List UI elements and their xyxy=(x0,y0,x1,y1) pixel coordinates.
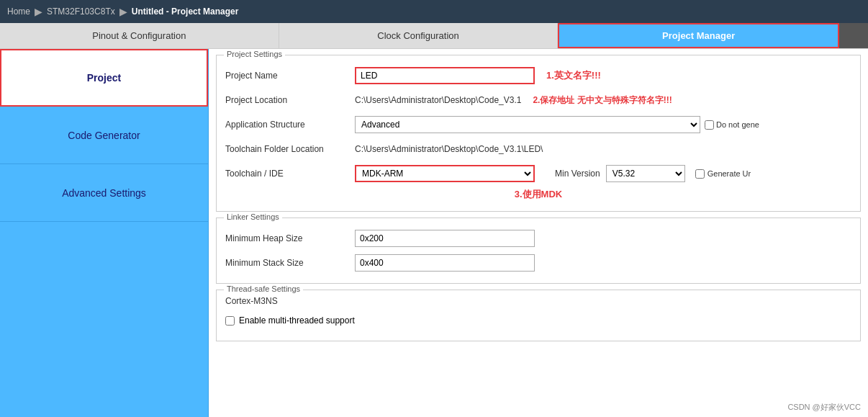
project-settings-title: Project Settings xyxy=(224,50,285,58)
sidebar-item-advanced-settings[interactable]: Advanced Settings xyxy=(0,164,208,222)
generate-ur-checkbox[interactable] xyxy=(695,169,705,179)
enable-multithreaded-checkbox[interactable] xyxy=(225,316,235,326)
project-location-label: Project Location xyxy=(225,95,355,105)
project-name-row: Project Name 1.英文名字!!! xyxy=(225,66,851,86)
project-location-control: C:\Users\Administrator\Desktop\Code_V3.1… xyxy=(355,94,851,107)
generate-ur-label: Generate Ur xyxy=(707,169,751,178)
do-not-gene-checkbox[interactable] xyxy=(705,120,714,130)
enable-multithreaded-row: Enable multi-threaded support xyxy=(225,310,851,331)
do-not-gene-label: Do not gene xyxy=(716,120,759,129)
project-location-value: C:\Users\Administrator\Desktop\Code_V3.1 xyxy=(355,95,521,105)
min-heap-input[interactable] xyxy=(355,230,535,247)
main-content: Project Code Generator Advanced Settings… xyxy=(0,49,868,417)
annotation-1: 1.英文名字!!! xyxy=(546,69,601,82)
min-heap-row: Minimum Heap Size xyxy=(225,228,851,248)
toolchain-ide-select[interactable]: MDK-ARM xyxy=(355,165,535,182)
linker-settings-group: Linker Settings Minimum Heap Size Minimu… xyxy=(216,218,861,284)
min-heap-control xyxy=(355,230,851,247)
toolchain-folder-control: C:\Users\Administrator\Desktop\Code_V3.1… xyxy=(355,144,851,154)
tab-extra xyxy=(839,23,868,48)
sidebar: Project Code Generator Advanced Settings xyxy=(0,49,209,417)
min-heap-label: Minimum Heap Size xyxy=(225,233,355,243)
cortex-label: Cortex-M3NS xyxy=(225,296,851,306)
toolchain-folder-value: C:\Users\Administrator\Desktop\Code_V3.1… xyxy=(355,144,543,154)
breadcrumb-stm32[interactable]: STM32F103C8Tx xyxy=(47,6,115,17)
app-structure-select[interactable]: Advanced xyxy=(355,116,700,133)
project-name-control: 1.英文名字!!! xyxy=(355,67,851,84)
version-select[interactable]: V5.32 xyxy=(606,165,685,182)
project-settings-group: Project Settings Project Name 1.英文名字!!! … xyxy=(216,55,861,212)
thread-settings-group: Thread-safe Settings Cortex-M3NS Enable … xyxy=(216,290,861,341)
project-name-input[interactable] xyxy=(355,67,535,84)
toolchain-ide-control: MDK-ARM Min Version V5.32 Generate Ur xyxy=(355,165,851,182)
tab-bar: Pinout & Configuration Clock Configurati… xyxy=(0,23,868,49)
min-stack-control xyxy=(355,254,851,272)
min-version-label: Min Version xyxy=(555,169,600,179)
generate-ur-check: Generate Ur xyxy=(695,169,751,179)
min-stack-row: Minimum Stack Size xyxy=(225,253,851,273)
annotation-2: 2.保存地址 无中文与特殊字符名字!!! xyxy=(533,94,672,107)
min-stack-input[interactable] xyxy=(355,254,535,272)
do-not-gene-check: Do not gene xyxy=(705,120,759,130)
annotation-3: 3.使用MDK xyxy=(225,188,851,201)
breadcrumb-project[interactable]: Untitled - Project Manager xyxy=(132,6,239,17)
breadcrumb-home[interactable]: Home xyxy=(7,6,30,17)
toolchain-ide-row: Toolchain / IDE MDK-ARM Min Version V5.3… xyxy=(225,163,851,184)
app-structure-control: Advanced Do not gene xyxy=(355,116,851,133)
sidebar-item-project[interactable]: Project xyxy=(0,49,208,107)
watermark: CSDN @好家伙VCC xyxy=(787,402,861,413)
tab-clock[interactable]: Clock Configuration xyxy=(279,23,559,48)
enable-multithreaded-label: Enable multi-threaded support xyxy=(239,315,355,326)
thread-settings-title: Thread-safe Settings xyxy=(224,284,303,293)
app-structure-row: Application Structure Advanced Do not ge… xyxy=(225,115,851,135)
sidebar-item-code-generator[interactable]: Code Generator xyxy=(0,107,208,164)
tab-project-manager[interactable]: Project Manager xyxy=(558,23,839,48)
sidebar-bottom xyxy=(0,222,208,417)
min-stack-label: Minimum Stack Size xyxy=(225,258,355,268)
toolchain-ide-label: Toolchain / IDE xyxy=(225,169,355,179)
breadcrumb-arrow-1: ▶ xyxy=(35,6,42,17)
right-panel: Project Settings Project Name 1.英文名字!!! … xyxy=(209,49,868,417)
linker-settings-title: Linker Settings xyxy=(224,212,282,221)
toolchain-folder-label: Toolchain Folder Location xyxy=(225,144,355,154)
toolchain-folder-row: Toolchain Folder Location C:\Users\Admin… xyxy=(225,139,851,159)
app-structure-label: Application Structure xyxy=(225,120,355,130)
breadcrumb-arrow-2: ▶ xyxy=(119,6,127,17)
project-location-row: Project Location C:\Users\Administrator\… xyxy=(225,90,851,110)
tab-pinout[interactable]: Pinout & Configuration xyxy=(0,23,279,48)
top-nav-bar: Home ▶ STM32F103C8Tx ▶ Untitled - Projec… xyxy=(0,0,868,23)
project-name-label: Project Name xyxy=(225,71,355,81)
